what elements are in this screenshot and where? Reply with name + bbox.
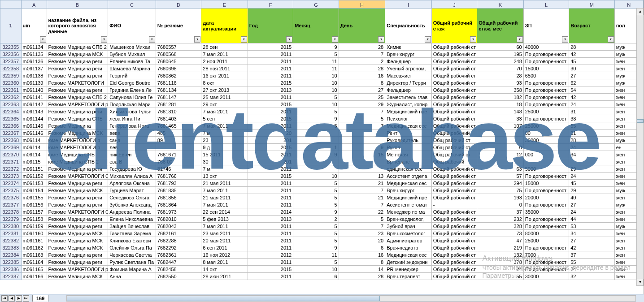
cell[interactable]: Арляпова Оксана [108,180,156,187]
cell[interactable]: 81746 [156,165,201,173]
cell[interactable]: m061145 [21,122,47,129]
cell[interactable]: 21 мая 2011 [201,194,248,201]
cell[interactable]: Общий рабочий ст [431,51,477,58]
cell[interactable]: m061137 [21,65,47,72]
cell[interactable]: 32 [569,273,614,280]
cell[interactable]: Резюме Медицина МСК [47,129,108,137]
cell[interactable]: Резюме МАРКЕТОЛОГИ С [47,173,108,180]
cell[interactable]: 378 [477,259,524,266]
column-header-E[interactable]: E [201,0,248,9]
row-header[interactable]: 1 [0,9,22,43]
filter-dropdown-icon[interactable]: ▼ [562,36,568,43]
cell[interactable]: 7681465 [156,122,201,129]
column-header-M[interactable]: M [569,0,614,9]
cell[interactable]: m061164 [21,259,47,266]
cell[interactable]: 2015 [248,115,293,122]
row-header[interactable]: 322370 [0,151,22,158]
cell[interactable]: 16 [339,72,385,79]
cell[interactable]: m061153 [21,180,47,187]
cell[interactable]: m061159 [21,223,47,230]
cell[interactable] [523,144,569,151]
cell[interactable]: Резюме Медицина реги [47,58,108,65]
cell[interactable]: 30000 [523,273,569,280]
cell[interactable]: 24 [569,173,614,180]
cell[interactable]: Общий рабочий ст [431,194,477,201]
cell[interactable]: 7681793 [156,180,201,187]
vertical-scrollbar[interactable]: ▲ ▼ [636,8,644,286]
row-header[interactable]: 322355 [0,43,22,51]
cell[interactable]: 2011 [248,58,293,65]
cell[interactable]: 2015 [248,144,293,151]
cell[interactable]: 63 [477,165,524,173]
cell[interactable]: Резюме Медицина МСК [47,237,108,244]
cell[interactable]: 62 [569,79,614,86]
cell[interactable]: 9 [293,244,339,251]
cell[interactable]: 7682043 [156,223,201,230]
cell[interactable]: Фомина Марина А [108,266,156,273]
cell[interactable]: Общий рабочий ст [431,251,477,259]
cell[interactable] [293,137,339,144]
cell[interactable]: 9 [293,43,339,51]
cell[interactable]: 7682458 [156,266,201,273]
cell[interactable]: 7680862 [156,72,201,79]
cell[interactable] [339,165,385,173]
cell[interactable]: m061135 [21,51,47,58]
cell[interactable]: 29 [339,101,385,108]
cell[interactable]: По договоренност [523,101,569,108]
cell[interactable]: Государева Ю [108,165,156,173]
cell[interactable]: 2015 [248,79,293,86]
cell[interactable]: Медицинская сес [385,122,432,129]
cell[interactable]: юме МАРКЕТОЛОГИ р [47,137,108,144]
cell[interactable]: 34 [569,230,614,237]
cell[interactable]: 7 [339,201,385,208]
cell[interactable]: 25000 [523,122,569,129]
cell[interactable]: 7 мая 2011 [201,108,248,115]
cell[interactable]: 45 [569,58,614,65]
cell[interactable]: 15 2011 [201,151,248,158]
cell[interactable]: 5 [293,201,339,208]
cell[interactable]: Георгий [108,72,156,79]
cell[interactable]: 2013 [248,216,293,223]
cell[interactable]: Врач-косметолог [385,230,432,237]
cell[interactable]: 25 мая 2011 [201,94,248,101]
cell[interactable]: 75 [477,187,524,194]
cell[interactable]: 5 фев 2013 [201,216,248,223]
cell[interactable]: Зубной врач [385,223,432,230]
cell[interactable]: 27 [569,237,614,244]
cell[interactable]: 2011 [248,230,293,237]
cell[interactable]: 8 [339,259,385,266]
cell[interactable]: Общий рабочий ст [431,273,477,280]
row-header[interactable]: 322357 [0,58,22,65]
cell[interactable]: По договоренност [523,58,569,65]
cell[interactable]: Общий рабочий ст [431,101,477,108]
scroll-up-arrow[interactable]: ▲ [637,8,644,15]
cell[interactable]: Общий рабочий ст [431,259,477,266]
cell[interactable]: Мышенков Михаи [108,43,156,51]
cell[interactable]: 7681116 [156,79,201,86]
cell[interactable]: 2011 [248,108,293,115]
cell[interactable]: 5 сен [201,115,248,122]
cell[interactable]: 24 [569,144,614,151]
cell[interactable]: 38 [569,115,614,122]
cell[interactable]: Резюме Медицина реги [47,201,108,208]
cell[interactable]: m061142 [21,101,47,108]
cell[interactable]: 25 [339,94,385,101]
select-all-corner[interactable] [0,0,22,9]
cell[interactable]: 10 [293,101,339,108]
cell[interactable]: 0 [477,201,524,208]
row-header[interactable]: 322383 [0,244,22,251]
cell[interactable]: 14 окт [201,266,248,273]
row-header[interactable]: 322376 [0,194,22,201]
cell[interactable]: m061162 [21,244,47,251]
row-header[interactable]: 322381 [0,230,22,237]
cell[interactable]: Шамаева Марина [108,65,156,72]
cell[interactable]: 80000 [523,230,569,237]
horizontal-scrollbar[interactable] [66,295,636,302]
cell[interactable]: Eid George Boutro [108,79,156,86]
column-header-I[interactable]: I [385,0,432,9]
row-header[interactable]: 322384 [0,251,22,259]
cell[interactable]: 44 [569,216,614,223]
horizontal-scroll-thumb[interactable] [67,296,379,301]
cell[interactable]: 2011 [248,244,293,251]
cell[interactable]: Гридина Елена Ле [108,86,156,94]
